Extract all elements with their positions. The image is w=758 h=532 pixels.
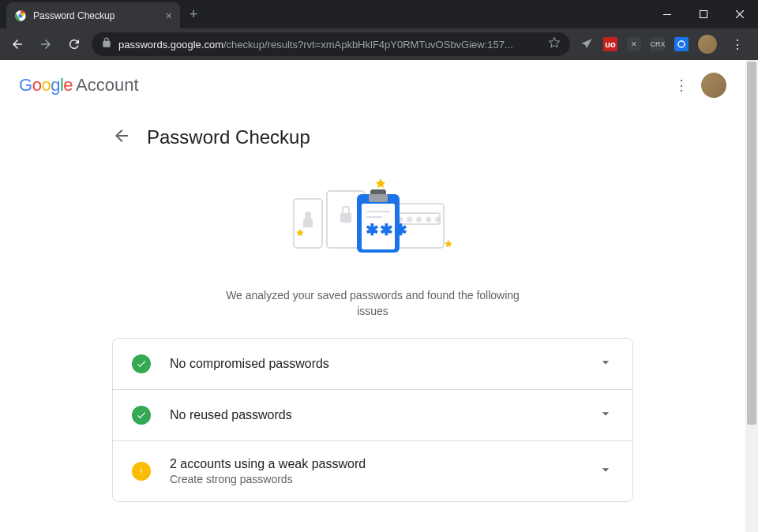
extension-icon-5[interactable]	[674, 37, 689, 51]
main-content: Password Checkup ✱✱✱✱✱	[96, 111, 649, 502]
maximize-button[interactable]	[685, 2, 722, 27]
result-subtitle: Create strong passwords	[170, 473, 598, 485]
hero-section: ✱✱✱✱✱ ✱✱✱ We analyzed your saved passwor…	[112, 172, 633, 319]
account-label: Account	[76, 75, 139, 96]
page-viewport: Google Account ⋮ Password Checkup	[0, 60, 758, 532]
profile-avatar-toolbar[interactable]	[698, 35, 717, 54]
warning-icon	[132, 462, 151, 481]
browser-tab[interactable]: Password Checkup ×	[6, 2, 180, 29]
svg-rect-2	[663, 14, 671, 15]
back-button[interactable]	[6, 33, 28, 55]
result-title: No compromised passwords	[170, 357, 598, 371]
reload-button[interactable]	[63, 33, 85, 55]
tab-favicon	[14, 9, 27, 22]
app-menu-icon[interactable]: ⋮	[674, 77, 689, 94]
extension-icon-1[interactable]	[580, 37, 594, 51]
profile-avatar[interactable]	[701, 73, 726, 98]
tab-close-icon[interactable]: ×	[166, 9, 172, 22]
results-list: No compromised passwords No reused passw…	[112, 338, 633, 502]
extension-icon-ublock[interactable]: uo	[603, 37, 617, 51]
result-row-weak[interactable]: 2 accounts using a weak password Create …	[113, 441, 632, 501]
result-title: No reused passwords	[170, 408, 598, 422]
hero-illustration: ✱✱✱✱✱ ✱✱✱	[278, 172, 467, 275]
check-icon	[132, 406, 151, 425]
extension-icon-3[interactable]: ✕	[627, 37, 641, 51]
address-bar[interactable]: passwords.google.com/checkup/results?rvt…	[92, 32, 570, 56]
browser-menu-icon[interactable]: ⋮	[726, 37, 749, 52]
hero-text: We analyzed your saved passwords and fou…	[215, 287, 531, 319]
close-window-button[interactable]	[722, 2, 758, 27]
scrollbar[interactable]	[745, 60, 758, 532]
chevron-down-icon	[598, 406, 614, 425]
bookmark-icon[interactable]	[548, 36, 561, 52]
svg-point-6	[305, 212, 311, 218]
svg-point-4	[678, 41, 685, 47]
svg-rect-3	[700, 11, 707, 18]
lock-icon	[101, 37, 112, 51]
forward-button[interactable]	[35, 33, 57, 55]
titlebar: Password Checkup × +	[0, 0, 758, 28]
app-header: Google Account ⋮	[0, 60, 745, 111]
google-logo[interactable]: Google	[19, 75, 73, 96]
chevron-down-icon	[598, 354, 614, 373]
svg-rect-9	[340, 213, 351, 223]
scrollbar-thumb[interactable]	[747, 62, 756, 425]
tab-title: Password Checkup	[33, 10, 159, 21]
new-tab-button[interactable]: +	[190, 6, 198, 23]
chevron-down-icon	[598, 462, 614, 481]
back-arrow-icon[interactable]	[112, 126, 131, 148]
extension-icons: uo ✕ CRX ⋮	[576, 35, 752, 54]
page-title-row: Password Checkup	[112, 111, 633, 172]
browser-toolbar: passwords.google.com/checkup/results?rvt…	[0, 28, 758, 60]
url-text: passwords.google.com/checkup/results?rvt…	[118, 39, 542, 51]
window-controls	[649, 2, 758, 27]
minimize-button[interactable]	[649, 2, 685, 27]
extension-icon-crx[interactable]: CRX	[651, 37, 665, 51]
result-row-compromised[interactable]: No compromised passwords	[113, 339, 632, 390]
result-row-reused[interactable]: No reused passwords	[113, 390, 632, 441]
page-title: Password Checkup	[147, 126, 310, 148]
svg-rect-16	[369, 194, 388, 202]
svg-text:✱✱✱: ✱✱✱	[366, 221, 408, 238]
result-title: 2 accounts using a weak password	[170, 457, 598, 471]
browser-chrome: Password Checkup × + passwords.google.co…	[0, 0, 758, 60]
check-icon	[132, 354, 151, 373]
